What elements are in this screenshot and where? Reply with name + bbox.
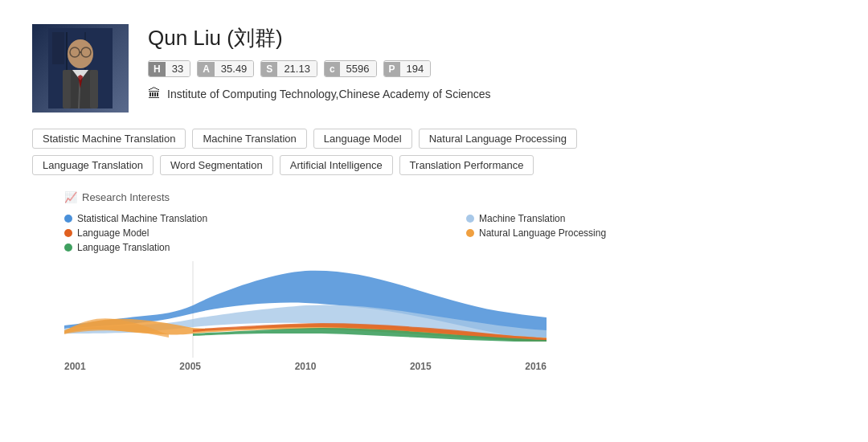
legend-lm: Language Model bbox=[64, 227, 434, 239]
svg-rect-1 bbox=[52, 32, 64, 64]
legend-label-smt: Statistical Machine Translation bbox=[77, 213, 207, 224]
chart-legend: Statistical Machine Translation Machine … bbox=[64, 213, 836, 253]
chart-icon: 📈 bbox=[64, 191, 77, 203]
svg-rect-8 bbox=[90, 70, 98, 108]
tag-lm[interactable]: Language Model bbox=[313, 129, 412, 149]
metric-s-label: S bbox=[261, 62, 277, 76]
institution-icon: 🏛 bbox=[148, 87, 161, 101]
metric-p: P 194 bbox=[383, 60, 432, 77]
research-chart bbox=[64, 261, 547, 358]
page: Qun Liu (刘群) H 33 A 35.49 S 21.13 c 5596 bbox=[0, 0, 868, 396]
legend-dot-nlp bbox=[466, 229, 474, 237]
xaxis-2001: 2001 bbox=[64, 361, 86, 372]
tag-nlp[interactable]: Natural Language Processing bbox=[419, 129, 577, 149]
legend-lt: Language Translation bbox=[64, 242, 434, 253]
tag-ai[interactable]: Artificial Intelligence bbox=[280, 155, 393, 175]
legend-dot-lm bbox=[64, 229, 72, 237]
metric-h-label: H bbox=[149, 62, 166, 76]
metric-a-label: A bbox=[198, 62, 215, 76]
research-section: 📈 Research Interests Statistical Machine… bbox=[64, 191, 836, 372]
institution-name: Institute of Computing Technology,Chines… bbox=[167, 88, 491, 100]
research-title: 📈 Research Interests bbox=[64, 191, 836, 203]
legend-label-nlp: Natural Language Processing bbox=[479, 227, 606, 239]
legend-label-lm: Language Model bbox=[77, 227, 149, 239]
legend-mt: Machine Translation bbox=[466, 213, 836, 224]
metric-c: c 5596 bbox=[324, 60, 377, 77]
legend-nlp: Natural Language Processing bbox=[466, 227, 836, 239]
xaxis-2010: 2010 bbox=[295, 361, 317, 372]
metric-s: S 21.13 bbox=[260, 60, 317, 77]
institution-row: 🏛 Institute of Computing Technology,Chin… bbox=[148, 87, 836, 101]
legend-dot-lt bbox=[64, 244, 72, 252]
legend-label-lt: Language Translation bbox=[77, 242, 170, 253]
metric-a: A 35.49 bbox=[197, 60, 254, 77]
metric-h-value: 33 bbox=[166, 61, 190, 76]
metric-c-value: 5596 bbox=[340, 61, 376, 76]
metric-a-value: 35.49 bbox=[215, 61, 254, 76]
avatar bbox=[32, 24, 129, 113]
tag-ws[interactable]: Word Segmentation bbox=[160, 155, 273, 175]
svg-rect-7 bbox=[63, 70, 71, 108]
tags-row-1: Statistic Machine Translation Machine Tr… bbox=[32, 129, 836, 149]
svg-point-4 bbox=[68, 39, 93, 68]
chart-area bbox=[64, 261, 547, 358]
metric-p-label: P bbox=[384, 62, 400, 76]
xaxis-2005: 2005 bbox=[179, 361, 201, 372]
profile-name: Qun Liu (刘群) bbox=[148, 24, 836, 52]
metric-c-label: c bbox=[325, 62, 340, 76]
legend-dot-smt bbox=[64, 215, 72, 223]
chart-xaxis: 2001 2005 2010 2015 2016 bbox=[64, 361, 547, 372]
tags-row-2: Language Translation Word Segmentation A… bbox=[32, 155, 836, 175]
tag-tp[interactable]: Translation Performance bbox=[399, 155, 534, 175]
legend-dot-mt bbox=[466, 215, 474, 223]
metric-h: H 33 bbox=[148, 60, 190, 77]
profile-info: Qun Liu (刘群) H 33 A 35.49 S 21.13 c 5596 bbox=[148, 24, 836, 101]
metrics-row: H 33 A 35.49 S 21.13 c 5596 P 194 bbox=[148, 60, 836, 77]
tags-section: Statistic Machine Translation Machine Tr… bbox=[32, 129, 836, 175]
tag-mt[interactable]: Machine Translation bbox=[192, 129, 306, 149]
xaxis-2016: 2016 bbox=[525, 361, 547, 372]
legend-smt: Statistical Machine Translation bbox=[64, 213, 434, 224]
metric-p-value: 194 bbox=[400, 61, 431, 76]
tag-smt[interactable]: Statistic Machine Translation bbox=[32, 129, 186, 149]
legend-label-mt: Machine Translation bbox=[479, 213, 565, 224]
metric-s-value: 21.13 bbox=[277, 61, 317, 76]
xaxis-2015: 2015 bbox=[410, 361, 432, 372]
tag-lt[interactable]: Language Translation bbox=[32, 155, 154, 175]
profile-header: Qun Liu (刘群) H 33 A 35.49 S 21.13 c 5596 bbox=[32, 24, 836, 113]
